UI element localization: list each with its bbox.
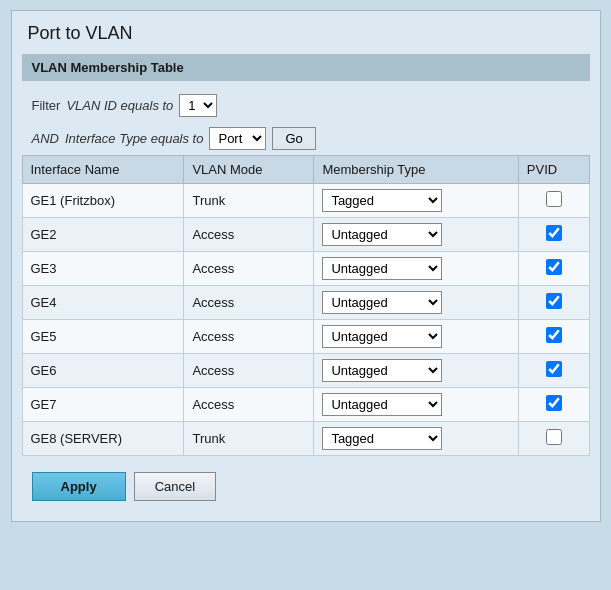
membership-select[interactable]: TaggedUntaggedForbiddenNot Member [322,291,442,314]
table-row: GE7AccessTaggedUntaggedForbiddenNot Memb… [22,388,589,422]
cell-membership[interactable]: TaggedUntaggedForbiddenNot Member [314,252,518,286]
table-section: VLAN Membership Table Filter VLAN ID equ… [12,54,600,521]
pvid-checkbox[interactable] [546,191,562,207]
cell-pvid[interactable] [518,422,589,456]
cell-vlan-mode: Access [184,218,314,252]
col-header-membership: Membership Type [314,156,518,184]
cell-pvid[interactable] [518,388,589,422]
vlan-membership-table: Interface Name VLAN Mode Membership Type… [22,155,590,456]
cell-interface: GE1 (Fritzbox) [22,184,184,218]
interface-type-select[interactable]: Port LAG [209,127,266,150]
cell-vlan-mode: Trunk [184,184,314,218]
pvid-checkbox[interactable] [546,429,562,445]
table-row: GE1 (Fritzbox)TrunkTaggedUntaggedForbidd… [22,184,589,218]
cell-membership[interactable]: TaggedUntaggedForbiddenNot Member [314,286,518,320]
dialog: Port to VLAN VLAN Membership Table Filte… [11,10,601,522]
pvid-checkbox[interactable] [546,395,562,411]
and-label: AND [32,131,59,146]
go-button[interactable]: Go [272,127,315,150]
table-row: GE8 (SERVER)TrunkTaggedUntaggedForbidden… [22,422,589,456]
table-row: GE2AccessTaggedUntaggedForbiddenNot Memb… [22,218,589,252]
table-row: GE3AccessTaggedUntaggedForbiddenNot Memb… [22,252,589,286]
cell-membership[interactable]: TaggedUntaggedForbiddenNot Member [314,354,518,388]
cell-pvid[interactable] [518,320,589,354]
pvid-checkbox[interactable] [546,361,562,377]
membership-select[interactable]: TaggedUntaggedForbiddenNot Member [322,393,442,416]
page-title: Port to VLAN [12,11,600,54]
cancel-button[interactable]: Cancel [134,472,216,501]
filter-row-1: Filter VLAN ID equals to 1 2 3 4 5 [22,89,590,122]
cell-interface: GE2 [22,218,184,252]
membership-select[interactable]: TaggedUntaggedForbiddenNot Member [322,257,442,280]
cell-interface: GE4 [22,286,184,320]
cell-interface: GE8 (SERVER) [22,422,184,456]
pvid-checkbox[interactable] [546,259,562,275]
interface-type-label: Interface Type equals to [65,131,204,146]
membership-select[interactable]: TaggedUntaggedForbiddenNot Member [322,189,442,212]
cell-interface: GE6 [22,354,184,388]
cell-vlan-mode: Access [184,354,314,388]
cell-interface: GE5 [22,320,184,354]
pvid-checkbox[interactable] [546,327,562,343]
col-header-interface: Interface Name [22,156,184,184]
cell-pvid[interactable] [518,252,589,286]
table-row: GE4AccessTaggedUntaggedForbiddenNot Memb… [22,286,589,320]
cell-membership[interactable]: TaggedUntaggedForbiddenNot Member [314,320,518,354]
section-header: VLAN Membership Table [22,54,590,81]
filter-label: Filter [32,98,61,113]
vlan-id-select[interactable]: 1 2 3 4 5 [179,94,217,117]
pvid-checkbox[interactable] [546,225,562,241]
cell-membership[interactable]: TaggedUntaggedForbiddenNot Member [314,422,518,456]
cell-membership[interactable]: TaggedUntaggedForbiddenNot Member [314,218,518,252]
cell-pvid[interactable] [518,218,589,252]
cell-pvid[interactable] [518,354,589,388]
filter-row-2: AND Interface Type equals to Port LAG Go [22,122,590,155]
table-row: GE5AccessTaggedUntaggedForbiddenNot Memb… [22,320,589,354]
cell-vlan-mode: Trunk [184,422,314,456]
apply-button[interactable]: Apply [32,472,126,501]
vlan-id-label: VLAN ID equals to [66,98,173,113]
cell-vlan-mode: Access [184,388,314,422]
cell-vlan-mode: Access [184,286,314,320]
membership-select[interactable]: TaggedUntaggedForbiddenNot Member [322,325,442,348]
cell-vlan-mode: Access [184,252,314,286]
membership-select[interactable]: TaggedUntaggedForbiddenNot Member [322,359,442,382]
cell-pvid[interactable] [518,286,589,320]
cell-interface: GE3 [22,252,184,286]
table-row: GE6AccessTaggedUntaggedForbiddenNot Memb… [22,354,589,388]
membership-select[interactable]: TaggedUntaggedForbiddenNot Member [322,223,442,246]
cell-interface: GE7 [22,388,184,422]
col-header-vlan-mode: VLAN Mode [184,156,314,184]
pvid-checkbox[interactable] [546,293,562,309]
cell-membership[interactable]: TaggedUntaggedForbiddenNot Member [314,184,518,218]
button-row: Apply Cancel [22,466,590,511]
cell-membership[interactable]: TaggedUntaggedForbiddenNot Member [314,388,518,422]
col-header-pvid: PVID [518,156,589,184]
cell-pvid[interactable] [518,184,589,218]
membership-select[interactable]: TaggedUntaggedForbiddenNot Member [322,427,442,450]
cell-vlan-mode: Access [184,320,314,354]
